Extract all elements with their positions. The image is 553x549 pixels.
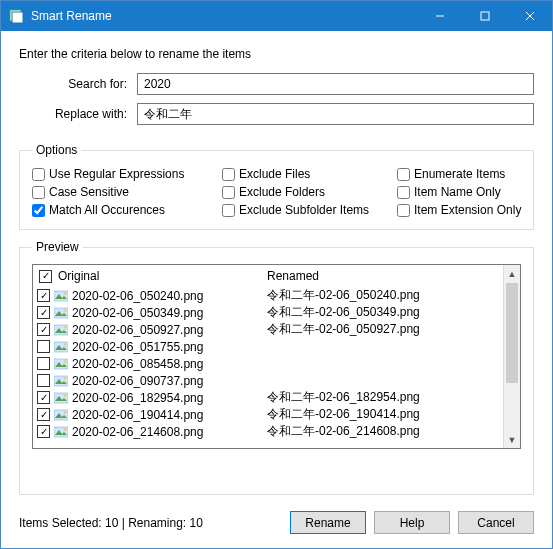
search-row: Search for: <box>19 73 534 95</box>
window-controls <box>417 1 552 31</box>
row-original: 2020-02-06_214608.png <box>72 425 203 439</box>
row-checkbox[interactable]: ✓ <box>37 323 50 336</box>
chk-enumerate[interactable] <box>397 168 410 181</box>
chk-ext-only[interactable] <box>397 204 410 217</box>
preview-scrollbar[interactable]: ▲ ▼ <box>503 265 520 448</box>
preview-legend: Preview <box>32 240 83 254</box>
row-original: 2020-02-06_051755.png <box>72 340 203 354</box>
app-icon <box>9 8 25 24</box>
minimize-button[interactable] <box>417 1 462 31</box>
row-checkbox[interactable]: ✓ <box>37 425 50 438</box>
options-group: Options Use Regular Expressions Exclude … <box>19 143 534 230</box>
row-renamed: 令和二年-02-06_182954.png <box>265 389 499 406</box>
smart-rename-window: Smart Rename Enter the criteria below to… <box>0 0 553 549</box>
chk-name-only[interactable] <box>397 186 410 199</box>
row-checkbox[interactable]: ✓ <box>37 289 50 302</box>
maximize-button[interactable] <box>462 1 507 31</box>
svg-point-14 <box>64 326 66 328</box>
chk-exclude-files[interactable] <box>222 168 235 181</box>
table-row[interactable]: ✓2020-02-06_050927.png令和二年-02-06_050927.… <box>37 321 499 338</box>
replace-input[interactable] <box>137 103 534 125</box>
image-file-icon <box>54 375 68 387</box>
image-file-icon <box>54 324 68 336</box>
table-row[interactable]: 2020-02-06_085458.png <box>37 355 499 372</box>
svg-rect-18 <box>54 359 68 369</box>
svg-rect-15 <box>54 342 68 352</box>
image-file-icon <box>54 426 68 438</box>
row-original: 2020-02-06_090737.png <box>72 374 203 388</box>
row-checkbox[interactable] <box>37 340 50 353</box>
table-row[interactable]: ✓2020-02-06_050240.png令和二年-02-06_050240.… <box>37 287 499 304</box>
opt-match-all[interactable]: Match All Occurences <box>32 203 222 217</box>
opt-name-only[interactable]: Item Name Only <box>397 185 521 199</box>
search-input[interactable] <box>137 73 534 95</box>
svg-point-32 <box>64 428 66 430</box>
opt-exclude-files[interactable]: Exclude Files <box>222 167 397 181</box>
intro-text: Enter the criteria below to rename the i… <box>19 47 534 61</box>
row-renamed: 令和二年-02-06_190414.png <box>265 406 499 423</box>
row-checkbox[interactable]: ✓ <box>37 306 50 319</box>
opt-exclude-subfolder[interactable]: Exclude Subfolder Items <box>222 203 397 217</box>
row-renamed: 令和二年-02-06_050927.png <box>265 321 499 338</box>
opt-exclude-folders[interactable]: Exclude Folders <box>222 185 397 199</box>
table-row[interactable]: ✓2020-02-06_214608.png令和二年-02-06_214608.… <box>37 423 499 440</box>
scroll-up-icon[interactable]: ▲ <box>504 265 520 282</box>
rename-button[interactable]: Rename <box>290 511 366 534</box>
row-renamed: 令和二年-02-06_050240.png <box>265 287 499 304</box>
chk-exclude-subfolder[interactable] <box>222 204 235 217</box>
svg-point-8 <box>64 292 66 294</box>
opt-ext-only[interactable]: Item Extension Only <box>397 203 521 217</box>
row-checkbox[interactable] <box>37 357 50 370</box>
svg-point-26 <box>64 394 66 396</box>
opt-use-regex[interactable]: Use Regular Expressions <box>32 167 222 181</box>
table-row[interactable]: 2020-02-06_090737.png <box>37 372 499 389</box>
window-title: Smart Rename <box>31 9 417 23</box>
header-checkbox[interactable]: ✓ <box>39 270 52 283</box>
help-button[interactable]: Help <box>374 511 450 534</box>
image-file-icon <box>54 358 68 370</box>
svg-rect-6 <box>54 291 68 301</box>
image-file-icon <box>54 392 68 404</box>
row-renamed: 令和二年-02-06_050349.png <box>265 304 499 321</box>
row-checkbox[interactable] <box>37 374 50 387</box>
opt-case-sensitive[interactable]: Case Sensitive <box>32 185 222 199</box>
replace-label: Replace with: <box>19 107 137 121</box>
row-original: 2020-02-06_182954.png <box>72 391 203 405</box>
image-file-icon <box>54 290 68 302</box>
table-row[interactable]: 2020-02-06_051755.png <box>37 338 499 355</box>
scroll-thumb[interactable] <box>506 283 518 383</box>
svg-rect-12 <box>54 325 68 335</box>
dialog-body: Enter the criteria below to rename the i… <box>1 31 552 548</box>
chk-exclude-folders[interactable] <box>222 186 235 199</box>
image-file-icon <box>54 341 68 353</box>
row-original: 2020-02-06_190414.png <box>72 408 203 422</box>
row-original: 2020-02-06_050349.png <box>72 306 203 320</box>
table-row[interactable]: ✓2020-02-06_050349.png令和二年-02-06_050349.… <box>37 304 499 321</box>
opt-enumerate[interactable]: Enumerate Items <box>397 167 521 181</box>
footer: Items Selected: 10 | Renaming: 10 Rename… <box>19 511 534 534</box>
svg-point-23 <box>64 377 66 379</box>
preview-list: ✓ Original Renamed ✓2020-02-06_050240.pn… <box>32 264 521 449</box>
chk-use-regex[interactable] <box>32 168 45 181</box>
close-button[interactable] <box>507 1 552 31</box>
search-label: Search for: <box>19 77 137 91</box>
table-row[interactable]: ✓2020-02-06_182954.png令和二年-02-06_182954.… <box>37 389 499 406</box>
cancel-button[interactable]: Cancel <box>458 511 534 534</box>
svg-rect-24 <box>54 393 68 403</box>
svg-rect-1 <box>12 12 23 23</box>
svg-point-11 <box>64 309 66 311</box>
row-checkbox[interactable]: ✓ <box>37 391 50 404</box>
header-original[interactable]: Original <box>58 269 99 283</box>
image-file-icon <box>54 409 68 421</box>
row-original: 2020-02-06_085458.png <box>72 357 203 371</box>
svg-rect-21 <box>54 376 68 386</box>
table-row[interactable]: ✓2020-02-06_190414.png令和二年-02-06_190414.… <box>37 406 499 423</box>
replace-row: Replace with: <box>19 103 534 125</box>
preview-header: ✓ Original Renamed <box>33 265 503 287</box>
status-text: Items Selected: 10 | Renaming: 10 <box>19 516 282 530</box>
header-renamed[interactable]: Renamed <box>267 269 497 283</box>
chk-match-all[interactable] <box>32 204 45 217</box>
scroll-down-icon[interactable]: ▼ <box>504 431 520 448</box>
row-checkbox[interactable]: ✓ <box>37 408 50 421</box>
chk-case-sensitive[interactable] <box>32 186 45 199</box>
